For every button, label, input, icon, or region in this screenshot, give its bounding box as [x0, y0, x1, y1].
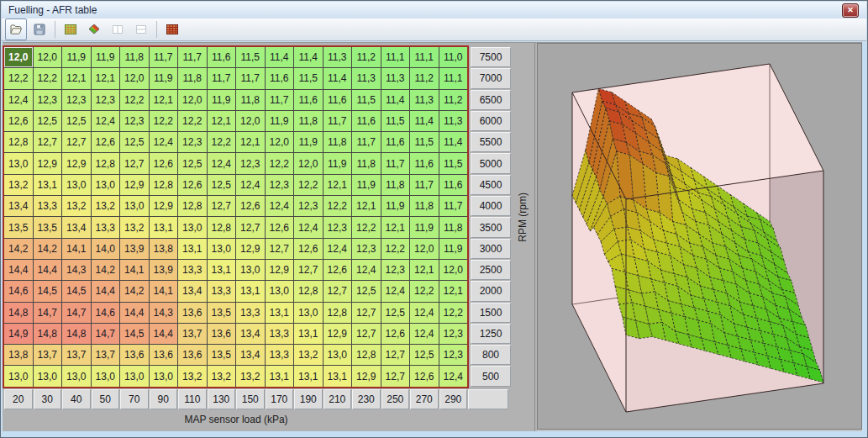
afr-cell[interactable]: 12,1 [410, 260, 439, 280]
afr-cell[interactable]: 13,5 [208, 345, 236, 365]
table-alt-view-button[interactable] [161, 18, 183, 40]
afr-cell[interactable]: 12,4 [208, 153, 236, 173]
afr-cell[interactable]: 12,3 [34, 90, 62, 110]
afr-cell[interactable]: 14,1 [150, 281, 178, 301]
afr-cell[interactable]: 11,7 [410, 175, 439, 195]
afr-cell[interactable]: 13,0 [324, 345, 352, 365]
open-file-button[interactable] [5, 18, 27, 40]
surface-view-button[interactable] [83, 18, 105, 40]
afr-cell[interactable]: 11,7 [381, 153, 410, 173]
afr-cell[interactable]: 13,7 [92, 345, 120, 365]
afr-cell[interactable]: 12,3 [381, 260, 410, 280]
afr-cell[interactable]: 11,8 [352, 153, 381, 173]
map-header-cell[interactable]: 270 [410, 389, 439, 409]
afr-cell[interactable]: 12,6 [92, 132, 120, 152]
afr-cell[interactable]: 12,3 [178, 132, 207, 152]
afr-cell[interactable]: 11,7 [150, 47, 178, 67]
map-header-cell[interactable]: 30 [34, 389, 62, 409]
afr-cell[interactable]: 11,8 [381, 175, 410, 195]
afr-cell[interactable]: 13,3 [208, 281, 236, 301]
afr-cell[interactable]: 11,9 [150, 68, 178, 88]
afr-cell[interactable]: 13,9 [150, 260, 178, 280]
afr-cell[interactable]: 14,2 [120, 281, 149, 301]
afr-cell[interactable]: 11,6 [266, 68, 294, 88]
afr-cell[interactable]: 11,0 [439, 47, 468, 67]
afr-cell[interactable]: 11,7 [324, 111, 352, 131]
afr-cell[interactable]: 11,7 [236, 68, 265, 88]
afr-cell[interactable]: 14,4 [120, 303, 149, 323]
afr-cell[interactable]: 13,1 [294, 324, 323, 344]
afr-cell[interactable]: 12,6 [410, 366, 439, 386]
afr-cell[interactable]: 13,9 [120, 239, 149, 259]
afr-cell[interactable]: 13,3 [92, 217, 120, 237]
afr-cell[interactable]: 13,1 [150, 217, 178, 237]
afr-cell[interactable]: 12,9 [34, 153, 62, 173]
map-header-cell[interactable]: 250 [381, 389, 410, 409]
map-header-cell[interactable]: 170 [266, 389, 294, 409]
afr-cell[interactable]: 12,0 [4, 47, 33, 67]
afr-cell[interactable]: 13,2 [92, 196, 120, 216]
afr-cell[interactable]: 13,2 [120, 217, 149, 237]
afr-cell[interactable]: 14,3 [150, 303, 178, 323]
afr-cell[interactable]: 13,0 [120, 366, 149, 386]
afr-cell[interactable]: 11,5 [381, 111, 410, 131]
afr-cell[interactable]: 12,9 [236, 239, 265, 259]
afr-cell[interactable]: 13,7 [34, 345, 62, 365]
afr-cell[interactable]: 12,6 [178, 175, 207, 195]
afr-cell[interactable]: 12,0 [178, 90, 207, 110]
afr-cell[interactable]: 11,4 [294, 47, 323, 67]
afr-cell[interactable]: 14,8 [34, 324, 62, 344]
afr-cell[interactable]: 12,4 [92, 111, 120, 131]
afr-cell[interactable]: 11,8 [236, 90, 265, 110]
afr-cell[interactable]: 12,2 [266, 153, 294, 173]
afr-cell[interactable]: 12,3 [92, 90, 120, 110]
afr-cell[interactable]: 11,8 [410, 196, 439, 216]
rpm-header-cell[interactable]: 5500 [471, 132, 511, 152]
afr-cell[interactable]: 12,4 [4, 90, 33, 110]
afr-cell[interactable]: 13,0 [266, 281, 294, 301]
afr-cell[interactable]: 11,4 [381, 90, 410, 110]
afr-cell[interactable]: 13,6 [208, 324, 236, 344]
afr-cell[interactable]: 11,7 [439, 196, 468, 216]
afr-cell[interactable]: 14,8 [4, 303, 33, 323]
afr-cell[interactable]: 13,3 [266, 324, 294, 344]
map-header-cell[interactable]: 190 [294, 389, 323, 409]
afr-cell[interactable]: 12,7 [381, 345, 410, 365]
rpm-header-cell[interactable]: 6000 [471, 111, 511, 131]
afr-cell[interactable]: 12,3 [236, 153, 265, 173]
afr-cell[interactable]: 11,9 [381, 196, 410, 216]
afr-cell[interactable]: 13,8 [4, 345, 33, 365]
rpm-header-cell[interactable]: 3000 [471, 239, 511, 259]
afr-cell[interactable]: 11,3 [352, 68, 381, 88]
afr-cell[interactable]: 13,0 [62, 366, 91, 386]
afr-cell[interactable]: 12,9 [62, 153, 91, 173]
rpm-header-cell[interactable]: 800 [471, 345, 511, 365]
afr-cell[interactable]: 13,6 [178, 303, 207, 323]
afr-cell[interactable]: 11,9 [294, 132, 323, 152]
afr-cell[interactable]: 13,6 [150, 345, 178, 365]
afr-cell[interactable]: 12,7 [236, 217, 265, 237]
afr-cell[interactable]: 13,2 [4, 175, 33, 195]
afr-cell[interactable]: 14,2 [4, 239, 33, 259]
afr-cell[interactable]: 12,1 [352, 196, 381, 216]
afr-cell[interactable]: 12,6 [4, 111, 33, 131]
afr-cell[interactable]: 12,2 [178, 111, 207, 131]
afr-cell[interactable]: 13,1 [324, 366, 352, 386]
afr-cell[interactable]: 14,9 [4, 324, 33, 344]
afr-cell[interactable]: 11,4 [439, 132, 468, 152]
afr-cell[interactable]: 12,8 [352, 345, 381, 365]
afr-cell[interactable]: 13,4 [236, 345, 265, 365]
afr-cell[interactable]: 13,0 [236, 260, 265, 280]
afr-cell[interactable]: 13,2 [178, 366, 207, 386]
afr-cell[interactable]: 13,0 [120, 196, 149, 216]
afr-cell[interactable]: 12,2 [150, 111, 178, 131]
afr-cell[interactable]: 12,7 [352, 324, 381, 344]
afr-cell[interactable]: 12,1 [439, 281, 468, 301]
afr-cell[interactable]: 12,5 [352, 281, 381, 301]
surface-plot-panel[interactable] [537, 43, 862, 430]
afr-cell[interactable]: 11,7 [352, 132, 381, 152]
afr-cell[interactable]: 13,0 [34, 366, 62, 386]
afr-cell[interactable]: 13,7 [178, 324, 207, 344]
afr-cell[interactable]: 11,1 [410, 47, 439, 67]
map-header-cell[interactable]: 70 [120, 389, 149, 409]
